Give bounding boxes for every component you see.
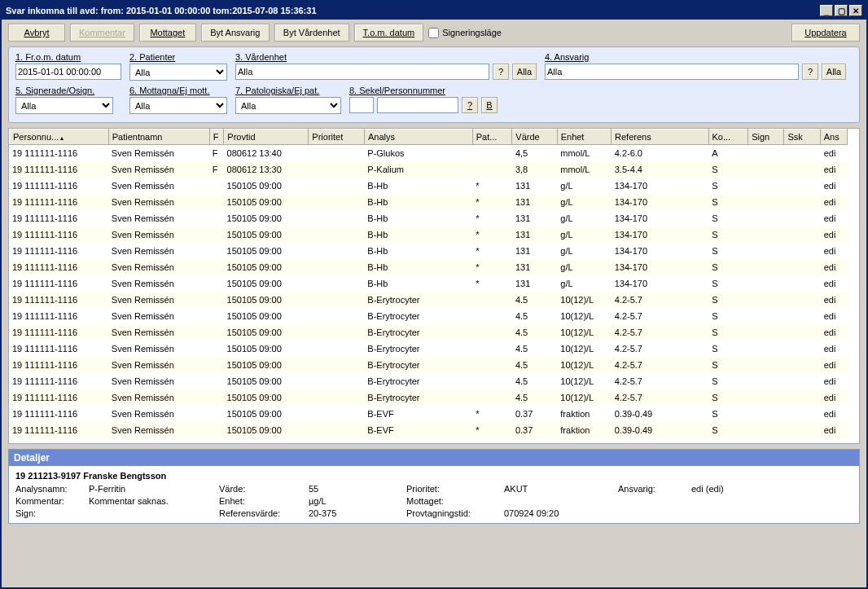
table-row[interactable]: 19 111111-1116Sven RemissénF080612 13:40… [9,145,848,161]
cell-pn: 19 111111-1116 [9,324,108,341]
cell-ref: 134-170 [612,210,709,226]
column-header[interactable]: Enhet [557,130,611,145]
cell-pat: * [472,226,512,243]
column-header[interactable]: Pat... [472,130,512,145]
cell-pn: 19 111111-1116 [9,226,108,243]
byt-vardenhet-button[interactable]: Byt Vårdenhet [274,24,349,42]
column-header[interactable]: Värde [512,130,557,145]
minimize-button[interactable]: _ [820,5,833,16]
close-button[interactable]: ✕ [849,5,862,16]
table-row[interactable]: 19 111111-1116Sven Remissén150105 09:00B… [9,226,848,243]
cell-varde: 131 [512,210,557,226]
cell-ans: edi [821,389,848,406]
vardenhet-alla-button[interactable]: Alla [512,64,537,80]
patienter-select[interactable]: Alla [129,64,227,81]
sekel-label: 8. Sekel/Personnummer [349,86,498,95]
column-header[interactable]: Referens [612,130,708,145]
cell-prio [309,292,365,308]
cell-ref: 4.2-5.7 [612,308,709,324]
table-row[interactable]: 19 111111-1116Sven Remissén150105 09:00B… [9,324,848,341]
column-header[interactable]: F [209,130,224,145]
cell-ssk [784,373,820,389]
vardenhet-input[interactable] [235,64,489,80]
table-row[interactable]: 19 111111-1116Sven Remissén150105 09:00B… [9,259,848,275]
ansvarig-input[interactable] [545,64,799,80]
cell-pn: 19 111111-1116 [9,373,108,389]
table-row[interactable]: 19 111111-1116Sven Remissén150105 09:00B… [9,275,848,292]
window-title: Svar inkomna till avd: from: 2015-01-01 … [6,6,317,15]
cell-pat [472,308,512,324]
cell-ssk [784,308,820,324]
cell-provtid: 150105 09:00 [224,324,309,341]
cell-pn: 19 111111-1116 [9,406,108,422]
table-row[interactable]: 19 111111-1116Sven Remissén150105 09:00B… [9,178,848,194]
cell-namn: Sven Remissén [108,292,209,308]
column-header[interactable]: Sign [748,130,784,145]
signerade-select[interactable]: Alla [15,97,113,114]
cell-pat: * [472,210,512,226]
table-row[interactable]: 19 111111-1116Sven Remissén150105 09:00B… [9,373,848,389]
cell-namn: Sven Remissén [108,422,209,438]
cell-ko: A [708,145,748,161]
column-header[interactable]: Analys [364,130,472,145]
vardenhet-help-button[interactable]: ? [493,64,509,80]
cell-provtid: 150105 09:00 [224,373,309,389]
mottaget-button[interactable]: Mottaget [139,24,196,42]
cell-ko: S [708,161,748,178]
cell-prio [309,308,365,324]
cell-analys: B-Erytrocyter [364,389,472,406]
cell-namn: Sven Remissén [108,259,209,275]
cell-analys: B-Hb [364,259,472,275]
maximize-button[interactable]: ▢ [835,5,848,16]
table-row[interactable]: 19 111111-1116Sven Remissén150105 09:00B… [9,194,848,210]
column-header[interactable]: Prioritet [309,130,365,145]
cell-f [209,226,224,243]
sekel-b-button[interactable]: B [481,97,498,113]
byt-ansvarig-button[interactable]: Byt Ansvarig [201,24,270,42]
table-row[interactable]: 19 111111-1116Sven Remissén150105 09:00B… [9,357,848,373]
uppdatera-button[interactable]: Uppdatera [791,24,860,42]
from-date-input[interactable] [15,64,121,80]
cell-pn: 19 111111-1116 [9,292,108,308]
table-row[interactable]: 19 111111-1116Sven Remissén150105 09:00B… [9,389,848,406]
table-row[interactable]: 19 111111-1116Sven Remissén150105 09:00B… [9,422,848,438]
mottagna-select[interactable]: Alla [129,97,227,114]
column-header[interactable]: Ko... [708,130,748,145]
table-row[interactable]: 19 111111-1116Sven Remissén150105 09:00B… [9,341,848,357]
cell-ans: edi [821,226,848,243]
column-header[interactable]: Personnu... [10,130,109,145]
column-header[interactable]: Provtid [224,130,309,145]
cell-prio [309,389,365,406]
cell-sign [748,357,784,373]
column-header[interactable]: Ssk [784,130,820,145]
signeringslage-input[interactable] [428,28,439,38]
patologiska-select[interactable]: Alla [235,97,341,114]
table-row[interactable]: 19 111111-1116Sven Remissén150105 09:00B… [9,210,848,226]
cell-enhet: g/L [557,194,611,210]
cell-namn: Sven Remissén [108,308,209,324]
ansvarig-alla-button[interactable]: Alla [822,64,846,80]
cell-pat [472,357,512,373]
sekel-input-a[interactable] [349,97,374,113]
tom-datum-button[interactable]: T.o.m. datum [354,24,424,42]
cell-f [209,194,224,210]
table-row[interactable]: 19 111111-1116Sven Remissén150105 09:00B… [9,292,848,308]
table-row[interactable]: 19 111111-1116Sven Remissén150105 09:00B… [9,406,848,422]
avbryt-button[interactable]: Avbryt [8,24,65,42]
ansvarig-help-button[interactable]: ? [802,64,818,80]
column-header[interactable]: Ans [820,130,847,145]
table-row[interactable]: 19 111111-1116Sven RemissénF080612 13:30… [9,161,848,178]
cell-enhet: mmol/L [557,161,611,178]
sekel-input-b[interactable] [377,97,458,113]
cell-enhet: fraktion [557,406,611,422]
patienter-label: 2. Patienter [129,52,227,62]
cell-f [209,259,224,275]
cell-enhet: g/L [557,178,611,194]
sekel-help-button[interactable]: ? [462,97,478,113]
signeringslage-checkbox[interactable]: Signeringsläge [428,28,502,38]
column-header[interactable]: Patientnamn [108,130,209,145]
cell-ref: 3.5-4.4 [612,161,709,178]
table-row[interactable]: 19 111111-1116Sven Remissén150105 09:00B… [9,243,848,259]
table-row[interactable]: 19 111111-1116Sven Remissén150105 09:00B… [9,308,848,324]
varde-label: Värde: [219,484,309,494]
